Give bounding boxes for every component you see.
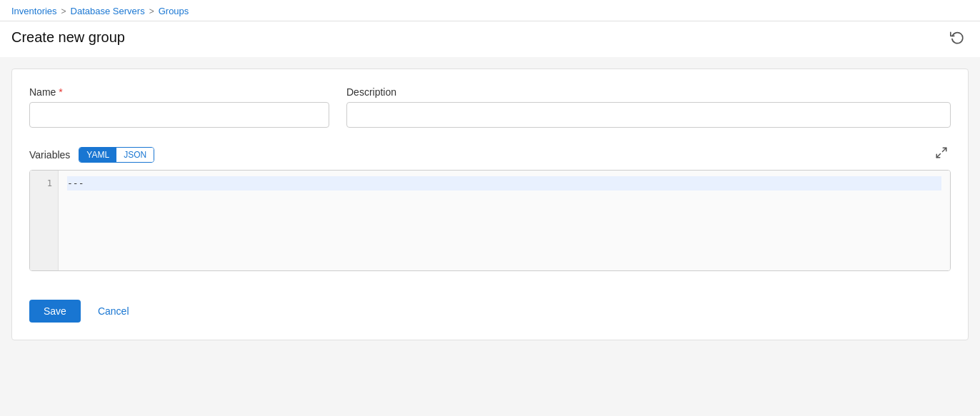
- yaml-toggle-button[interactable]: YAML: [79, 148, 116, 162]
- code-editor: 1 ---: [29, 170, 951, 271]
- page-header: Create new group: [0, 21, 980, 57]
- breadcrumb-groups[interactable]: Groups: [159, 6, 189, 16]
- form-card: Name * Description Variables YAML JSON: [11, 69, 969, 340]
- required-indicator: *: [59, 86, 62, 98]
- breadcrumb-sep-1: >: [61, 6, 66, 16]
- svg-line-0: [943, 148, 946, 151]
- variables-section: Variables YAML JSON: [29, 145, 951, 271]
- variables-label: Variables: [29, 149, 70, 161]
- code-content[interactable]: ---: [59, 171, 950, 270]
- breadcrumb-inventories[interactable]: Inventories: [11, 6, 57, 16]
- name-input[interactable]: [29, 102, 329, 128]
- name-group: Name *: [29, 86, 329, 128]
- variables-header: Variables YAML JSON: [29, 145, 951, 164]
- variables-left: Variables YAML JSON: [29, 147, 154, 163]
- description-input[interactable]: [346, 102, 951, 128]
- save-button[interactable]: Save: [29, 300, 81, 323]
- breadcrumb: Inventories > Database Servers > Groups: [11, 6, 969, 21]
- form-row-name-description: Name * Description: [29, 86, 951, 128]
- content-wrapper: Name * Description Variables YAML JSON: [0, 57, 980, 352]
- history-button[interactable]: [946, 26, 969, 49]
- description-label: Description: [346, 86, 951, 98]
- json-toggle-button[interactable]: JSON: [116, 148, 154, 162]
- cancel-button[interactable]: Cancel: [89, 300, 138, 323]
- name-label: Name *: [29, 86, 329, 98]
- line-number-1: 1: [41, 176, 58, 191]
- svg-line-1: [936, 154, 940, 158]
- page-title: Create new group: [11, 29, 125, 46]
- breadcrumb-database-servers[interactable]: Database Servers: [71, 6, 145, 16]
- description-group: Description: [346, 86, 951, 128]
- breadcrumb-sep-2: >: [149, 6, 154, 16]
- code-editor-inner: 1 ---: [30, 171, 950, 270]
- code-line-1: ---: [67, 176, 941, 191]
- format-toggle: YAML JSON: [79, 147, 154, 163]
- line-numbers: 1: [30, 171, 59, 270]
- expand-button[interactable]: [932, 145, 951, 164]
- form-actions: Save Cancel: [29, 288, 951, 323]
